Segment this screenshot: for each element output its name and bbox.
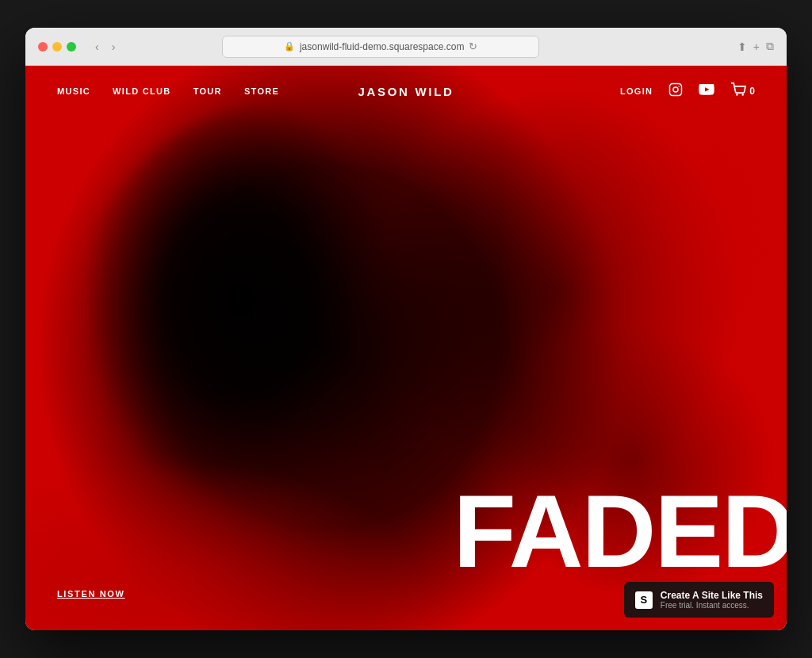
navbar: MUSIC WILD CLUB TOUR STORE JASON WILD LO… <box>25 66 787 117</box>
nav-tour[interactable]: TOUR <box>193 86 222 96</box>
badge-title: Create A Site Like This <box>661 590 763 601</box>
address-bar[interactable]: 🔒 jasonwild-fluid-demo.squarespace.com ↻ <box>222 36 539 58</box>
login-link[interactable]: LOGIN <box>620 86 653 96</box>
cart-icon <box>730 82 746 100</box>
new-tab-button[interactable]: + <box>753 40 760 53</box>
nav-store[interactable]: STORE <box>244 86 279 96</box>
forward-icon: › <box>112 40 116 53</box>
cart-count: 0 <box>749 86 755 97</box>
youtube-icon[interactable] <box>699 84 714 98</box>
svg-point-3 <box>736 94 737 95</box>
traffic-lights <box>38 42 76 52</box>
browser-window: ‹ › 🔒 jasonwild-fluid-demo.squarespace.c… <box>25 28 787 630</box>
instagram-icon[interactable] <box>668 82 683 100</box>
maximize-button[interactable] <box>67 42 76 52</box>
badge-subtitle: Free trial. Instant access. <box>661 601 763 610</box>
browser-controls: ‹ › <box>92 39 118 55</box>
browser-chrome: ‹ › 🔒 jasonwild-fluid-demo.squarespace.c… <box>25 28 787 66</box>
tab-overview-button[interactable]: ⧉ <box>766 40 774 53</box>
listen-now-link[interactable]: LISTEN NOW <box>57 589 125 599</box>
back-icon: ‹ <box>95 40 99 53</box>
minimize-button[interactable] <box>52 42 62 52</box>
site-brand[interactable]: JASON WILD <box>358 85 454 98</box>
nav-music[interactable]: MUSIC <box>57 86 90 96</box>
hero-title: FADED <box>453 480 787 583</box>
browser-actions: ⬆ + ⧉ <box>737 40 774 53</box>
back-button[interactable]: ‹ <box>92 39 102 55</box>
url-text: jasonwild-fluid-demo.squarespace.com <box>300 41 464 52</box>
svg-point-2 <box>679 86 680 87</box>
reload-icon: ↻ <box>469 40 477 52</box>
svg-point-1 <box>673 87 678 92</box>
close-button[interactable] <box>38 42 48 52</box>
forward-button[interactable]: › <box>109 39 119 55</box>
share-button[interactable]: ⬆ <box>737 40 747 53</box>
svg-point-4 <box>742 94 744 95</box>
nav-wild-club[interactable]: WILD CLUB <box>113 86 171 96</box>
nav-right: LOGIN <box>620 82 755 100</box>
squarespace-logo: S <box>635 591 653 609</box>
nav-left: MUSIC WILD CLUB TOUR STORE <box>57 86 279 96</box>
cart-wrapper[interactable]: 0 <box>730 82 755 100</box>
svg-rect-0 <box>670 84 682 96</box>
lock-icon: 🔒 <box>284 41 295 52</box>
squarespace-badge[interactable]: S Create A Site Like This Free trial. In… <box>624 582 774 618</box>
site-content: MUSIC WILD CLUB TOUR STORE JASON WILD LO… <box>25 66 787 630</box>
squarespace-logo-letter: S <box>641 594 648 606</box>
badge-text: Create A Site Like This Free trial. Inst… <box>661 590 763 610</box>
